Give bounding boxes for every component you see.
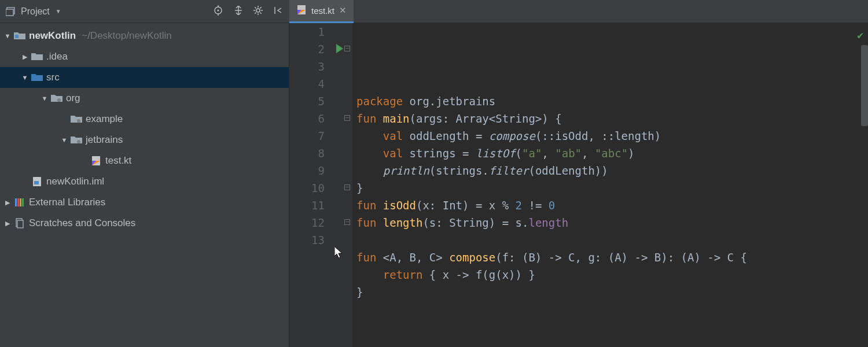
- code-content[interactable]: ✔ package org.jetbrainsfun main(args: Ar…: [353, 23, 868, 347]
- tree-label: newKotlin: [29, 30, 76, 42]
- line-number[interactable]: 6−: [289, 110, 325, 127]
- expand-arrow-icon[interactable]: ▼: [20, 74, 30, 81]
- tree-label: Scratches and Consoles: [29, 217, 135, 229]
- svg-line-13: [255, 7, 256, 8]
- expand-all-icon[interactable]: [234, 6, 243, 17]
- line-number[interactable]: 1: [289, 23, 325, 40]
- svg-line-16: [260, 7, 262, 8]
- expand-arrow-icon[interactable]: ▶: [2, 220, 13, 227]
- svg-point-22: [57, 98, 61, 102]
- inspection-ok-icon[interactable]: ✔: [857, 27, 863, 44]
- line-number-gutter[interactable]: 12−3456−78910−1112−13: [289, 23, 353, 347]
- tree-label: src: [46, 72, 60, 83]
- line-number[interactable]: 9: [289, 162, 325, 179]
- expand-arrow-icon[interactable]: ▼: [39, 95, 50, 102]
- hide-panel-icon[interactable]: [273, 6, 282, 17]
- kotlin-file-icon: [296, 5, 307, 17]
- tree-item-scratches[interactable]: ▶ Scratches and Consoles: [0, 213, 289, 234]
- svg-point-8: [256, 9, 260, 12]
- fold-toggle-icon[interactable]: −: [344, 46, 350, 51]
- tree-item-jetbrains[interactable]: ▼ jetbrains: [0, 130, 289, 150]
- line-number[interactable]: 2−: [289, 40, 325, 58]
- code-line[interactable]: }: [356, 179, 868, 197]
- tree-item-iml[interactable]: ▶ newKotlin.iml: [0, 171, 289, 192]
- code-line[interactable]: fun length(s: String) = s.length: [356, 214, 868, 231]
- scratches-icon: [13, 218, 27, 228]
- svg-point-23: [77, 119, 80, 123]
- tree-item-file-test-kt[interactable]: ▶ test.kt: [0, 150, 289, 171]
- code-line[interactable]: return { x -> f(g(x)) }: [356, 266, 868, 283]
- code-line[interactable]: package org.jetbrains: [356, 93, 868, 110]
- libraries-icon: [13, 197, 27, 208]
- line-number[interactable]: 12−: [289, 214, 325, 231]
- code-editor[interactable]: 12−3456−78910−1112−13 ✔ package org.jetb…: [289, 23, 868, 347]
- svg-point-3: [218, 10, 219, 12]
- svg-rect-31: [17, 198, 19, 206]
- settings-gear-icon[interactable]: [253, 6, 263, 17]
- package-folder-icon: [69, 135, 83, 145]
- code-line[interactable]: }: [356, 283, 868, 301]
- svg-rect-29: [34, 181, 39, 184]
- tree-label: External Libraries: [29, 197, 105, 208]
- kotlin-file-icon: [89, 156, 103, 166]
- code-line[interactable]: val strings = listOf("a", "ab", "abc"): [356, 145, 868, 162]
- svg-rect-33: [22, 198, 24, 206]
- editor-tab[interactable]: test.kt ✕: [289, 0, 354, 23]
- tree-item-idea[interactable]: ▶ .idea: [0, 46, 289, 67]
- fold-toggle-icon[interactable]: −: [344, 219, 350, 225]
- editor-scrollbar[interactable]: [861, 45, 868, 126]
- project-toolbar: Project ▼: [0, 5, 289, 17]
- code-line[interactable]: val oddLength = compose(::isOdd, ::lengt…: [356, 127, 868, 145]
- tree-item-external-libraries[interactable]: ▶ External Libraries: [0, 192, 289, 213]
- svg-marker-36: [334, 246, 342, 258]
- svg-rect-1: [6, 9, 13, 16]
- line-number[interactable]: 11: [289, 197, 325, 214]
- expand-arrow-icon[interactable]: ▶: [20, 53, 30, 61]
- code-line[interactable]: [356, 301, 868, 318]
- line-number[interactable]: 4: [289, 75, 325, 93]
- tree-label: example: [86, 113, 123, 125]
- tree-label: org: [66, 93, 80, 104]
- expand-arrow-icon[interactable]: ▶: [2, 199, 13, 206]
- tree-label: .idea: [46, 51, 68, 62]
- tree-item-org[interactable]: ▼ org: [0, 88, 289, 109]
- tree-project-root[interactable]: ▼ newKotlin ~/Desktop/newKotlin: [0, 25, 289, 46]
- fold-toggle-icon[interactable]: −: [344, 115, 350, 121]
- tree-label: test.kt: [105, 155, 131, 167]
- project-tree: ▼ newKotlin ~/Desktop/newKotlin ▶ .idea …: [0, 23, 289, 234]
- svg-rect-30: [15, 198, 17, 206]
- line-number[interactable]: 8: [289, 145, 325, 162]
- line-number[interactable]: 5: [289, 93, 325, 110]
- run-gutter-icon[interactable]: [336, 44, 343, 53]
- package-folder-icon: [69, 115, 83, 124]
- code-line[interactable]: fun <A, B, C> compose(f: (B) -> C, g: (A…: [356, 249, 868, 266]
- line-number[interactable]: 7: [289, 127, 325, 145]
- main-split: ▼ newKotlin ~/Desktop/newKotlin ▶ .idea …: [0, 23, 868, 347]
- package-folder-icon: [50, 94, 64, 103]
- project-view-icon: [6, 7, 17, 16]
- code-line[interactable]: println(strings.filter(oddLength)): [356, 162, 868, 179]
- folder-icon: [30, 52, 44, 61]
- module-file-icon: [30, 176, 44, 187]
- code-line[interactable]: [356, 231, 868, 249]
- project-view-dropdown-icon[interactable]: ▼: [56, 8, 61, 14]
- line-number[interactable]: 10−: [289, 179, 325, 197]
- tree-path: ~/Desktop/newKotlin: [82, 30, 171, 42]
- tree-label: jetbrains: [86, 134, 123, 146]
- svg-point-24: [77, 140, 80, 143]
- close-tab-icon[interactable]: ✕: [339, 5, 347, 16]
- editor-tab-bar-area: test.kt ✕: [289, 0, 868, 23]
- code-line[interactable]: fun main(args: Array<String>) {: [356, 110, 868, 127]
- expand-arrow-icon[interactable]: ▼: [59, 136, 69, 143]
- locate-icon[interactable]: [213, 5, 223, 17]
- line-number[interactable]: 3: [289, 58, 325, 75]
- fold-toggle-icon[interactable]: −: [344, 184, 350, 190]
- project-view-label[interactable]: Project: [21, 6, 50, 17]
- line-number[interactable]: 13: [289, 231, 325, 249]
- mouse-cursor-icon: [334, 246, 344, 259]
- svg-rect-35: [17, 220, 23, 228]
- tree-item-example[interactable]: ▶ example: [0, 109, 289, 130]
- tree-item-src[interactable]: ▼ src: [0, 67, 289, 88]
- code-line[interactable]: fun isOdd(x: Int) = x % 2 != 0: [356, 197, 868, 214]
- expand-arrow-icon[interactable]: ▼: [2, 32, 13, 39]
